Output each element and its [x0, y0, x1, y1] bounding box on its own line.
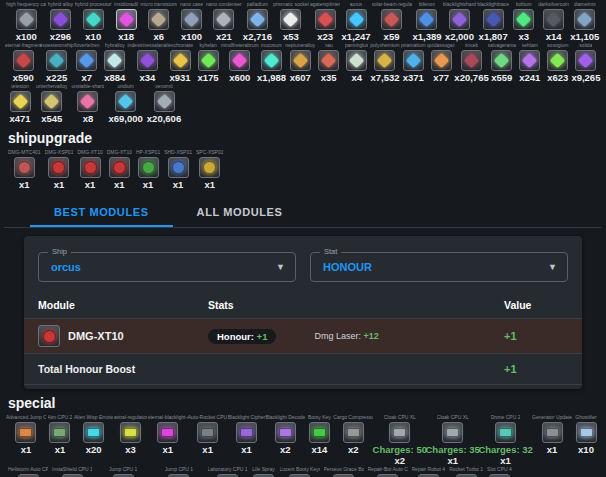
special-item[interactable]: Rocket Turbo 1 x1 [447, 466, 485, 477]
inventory-item[interactable]: sehlam x241 [516, 42, 544, 83]
inventory-item[interactable]: sosogium x623 [544, 42, 572, 83]
special-item[interactable]: Hellstorm Auto CPU 1 x1 [6, 466, 50, 477]
inventory-item[interactable]: agatersplinter x23 [309, 1, 341, 42]
special-item[interactable]: Auto-Rocket CPU 1 x1 [188, 414, 228, 455]
special-item[interactable]: InstaShield CPU 1 x1 [50, 466, 94, 477]
item-quantity: x2,000 [445, 31, 474, 42]
inventory-item[interactable]: diametrox x1,105 [570, 1, 600, 42]
special-item[interactable]: Drone CPU 2 Charges: 32 x1 [479, 414, 532, 466]
special-item[interactable]: Alien Wisp Emote x20 [74, 414, 113, 455]
inventory-item[interactable]: high frequency cable x100 [6, 1, 46, 42]
item-icon [318, 50, 339, 71]
special-item[interactable]: Generator Update CPU 1 x1 [532, 414, 572, 455]
inventory-item[interactable]: aurus x1,247 [341, 1, 371, 42]
inventory-item[interactable]: neptuneralloy x607 [286, 42, 315, 83]
special-item[interactable]: Slot CPU 4 x1 [485, 466, 514, 477]
special-item[interactable]: Cargo Compressor x2 [333, 414, 373, 455]
inventory-item[interactable]: palladium x2,716 [242, 1, 272, 42]
special-item[interactable]: eternal-blacklight-regulator x1 [148, 414, 188, 455]
inventory-item[interactable]: nano condenser x21 [205, 1, 242, 42]
inventory-item[interactable]: nano case x100 [177, 1, 205, 42]
item-label: quidassugan [427, 42, 455, 49]
tab-best-modules[interactable]: BEST MODULES [30, 198, 173, 227]
special-item[interactable]: Jump CPU 1 Charges: 8 x1 [152, 466, 205, 477]
inventory-page: high frequency cable x100 hybrid alloy x… [0, 0, 606, 477]
shipupgrade-item[interactable]: HP-XSP01 x1 [134, 149, 162, 190]
shipupgrade-row: DMG-MTC401 x1 DMG-XSP01 x1 DMG-XT10 x1 D… [4, 149, 602, 190]
item-icon [181, 9, 202, 30]
shipupgrade-item[interactable]: DMG-XT10 x1 [75, 149, 104, 190]
shipupgrade-item[interactable]: SPC-XSP01 x1 [194, 149, 226, 190]
item-label: astral-regulator [114, 414, 148, 421]
inventory-item[interactable]: hybralloy x884 [101, 42, 129, 83]
table-total-row: Total Honour Boost +1 [24, 354, 582, 385]
inventory-item[interactable]: unterhervalloy x545 [34, 83, 69, 124]
module-name: DMG-XT10 [68, 330, 124, 342]
inventory-item[interactable]: rinceb x20,765 [455, 42, 488, 83]
shipupgrade-item[interactable]: DMG-MTC401 x1 [6, 149, 43, 190]
inventory-item[interactable]: priamatium x371 [399, 42, 427, 83]
inventory-item[interactable]: insidioradil x18 [112, 1, 140, 42]
shipupgrade-item[interactable]: DMG-XSP01 x1 [43, 149, 76, 190]
item-quantity: x2,716 [243, 31, 272, 42]
special-item[interactable]: Blacklight Decoder x2 [265, 414, 305, 455]
special-item[interactable]: Perseus Grace Booty Keys x14 [322, 466, 366, 477]
inventory-item[interactable]: blacklighttrace x1,807 [477, 1, 510, 42]
resources-row-3: teleston x471 unterhervalloy x545 unstab… [4, 83, 602, 124]
item-label: solar-beam-regulator [372, 1, 412, 8]
special-item[interactable]: Ghostifier x10 [572, 414, 600, 455]
inventory-item[interactable]: parmirglus x4 [343, 42, 371, 83]
inventory-item[interactable]: nau x35 [315, 42, 343, 83]
inventory-item[interactable]: mucosum x1,988 [258, 42, 286, 83]
inventory-item[interactable]: mindfireterabrum x600 [222, 42, 257, 83]
item-quantity: x1 [55, 444, 66, 455]
item-icon [236, 422, 257, 443]
special-item[interactable]: Advanced Jump CPU 1 x1 [6, 414, 46, 455]
item-quantity: x1,988 [257, 72, 286, 83]
stat-select[interactable]: Stat HONOUR ▼ [310, 252, 568, 282]
inventory-item[interactable]: uridium x69,000 [106, 83, 144, 124]
shipupgrade-item[interactable]: SHD-XSP01 x1 [162, 149, 194, 190]
inventory-item[interactable]: lexchronate x931 [166, 42, 194, 83]
special-item[interactable]: Life Spray x9 [250, 466, 278, 477]
ship-select[interactable]: Ship orcus ▼ [38, 252, 296, 282]
special-item[interactable]: Repair Robot 4 x2 [410, 466, 448, 477]
inventory-item[interactable]: boltium x3 [510, 1, 538, 42]
inventory-item[interactable]: teleston x471 [6, 83, 34, 124]
inventory-item[interactable]: blacklightshard x2,000 [442, 1, 476, 42]
item-icon [16, 9, 37, 30]
special-item[interactable]: Laboratory CPU 1 x1 [206, 466, 250, 477]
inventory-item[interactable]: darksilvercoin x14 [538, 1, 570, 42]
inventory-item[interactable]: bifenon x1,389 [412, 1, 442, 42]
inventory-item[interactable]: kyhelan x175 [194, 42, 222, 83]
special-item[interactable]: Lucent Booty Keys x8 [278, 466, 322, 477]
special-item[interactable]: Booty Key x14 [305, 414, 333, 455]
item-label: Cloak CPU XL [384, 414, 416, 421]
inventory-item[interactable]: xenomit x20,606 [145, 83, 183, 124]
inventory-item[interactable]: exoesteronship x225 [41, 42, 73, 83]
inventory-item[interactable]: prismatic socket x53 [273, 1, 310, 42]
inventory-item[interactable]: polyshemium x7,532 [371, 42, 400, 83]
inventory-item[interactable]: hybrid processor x10 [74, 1, 112, 42]
inventory-item[interactable]: solar-beam-regulator x59 [371, 1, 411, 42]
special-item[interactable]: astral-regulator x3 [113, 414, 147, 455]
special-item[interactable]: Cloak CPU XL Charges: 35 x1 [426, 414, 479, 466]
tab-all-modules[interactable]: ALL MODULES [173, 198, 307, 227]
inventory-item[interactable]: flovertelzen x7 [73, 42, 101, 83]
shipupgrade-item[interactable]: DMG-XT10 x1 [105, 149, 134, 190]
inventory-item[interactable]: salvagerama x559 [488, 42, 516, 83]
special-item[interactable]: Blacklight Cipher x1 [228, 414, 266, 455]
item-icon [449, 9, 470, 30]
special-item[interactable]: Aim CPU 2 x1 [46, 414, 74, 455]
special-item[interactable]: Cloak CPU XL Charges: 50 x2 [373, 414, 426, 466]
special-item[interactable]: Jump CPU 1 Charges: 10 x1 [94, 466, 152, 477]
inventory-item[interactable]: hybrid alloy x296 [46, 1, 74, 42]
inventory-item[interactable]: indestrinessalanator x34 [129, 42, 166, 83]
inventory-item[interactable]: quidassugan x77 [427, 42, 455, 83]
inventory-item[interactable]: unstable-shard x8 [69, 83, 106, 124]
inventory-item[interactable]: solida x9,265 [572, 42, 600, 83]
item-icon [229, 50, 250, 71]
inventory-item[interactable]: micro transistors x6 [140, 1, 177, 42]
special-item[interactable]: Repair-Bot Auto CPU x2 [366, 466, 410, 477]
inventory-item[interactable]: eternal-fragment x590 [6, 42, 41, 83]
